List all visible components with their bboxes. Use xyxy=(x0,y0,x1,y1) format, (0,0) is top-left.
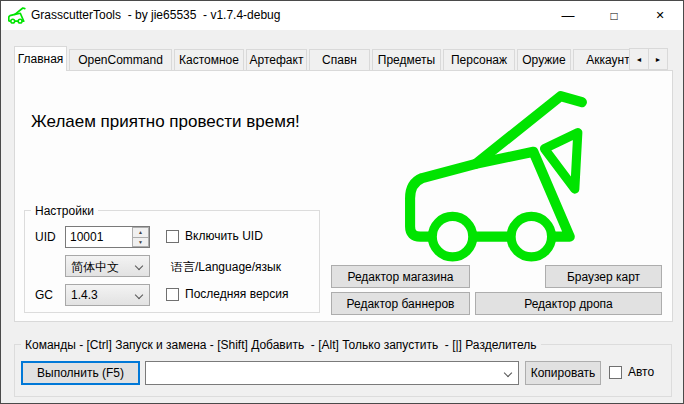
tab-label: Кастомное xyxy=(179,53,239,67)
drop-editor-button[interactable]: Редактор дропа xyxy=(475,292,662,315)
commands-group: Команды - [Ctrl] Запуск и замена - [Shif… xyxy=(14,344,672,397)
language-hint-label: 语言/Language/язык xyxy=(171,259,281,276)
banner-editor-button[interactable]: Редактор баннеров xyxy=(331,292,470,315)
tab-кастомное[interactable]: Кастомное xyxy=(174,49,244,70)
window-title: GrasscutterTools - by jie65535 - v1.7.4-… xyxy=(31,8,280,22)
tab-спавн[interactable]: Спавн xyxy=(309,49,370,70)
tab-label: Оружие xyxy=(522,53,565,67)
home-tab-panel: Желаем приятно провести время! Настройки… xyxy=(14,70,673,322)
tab-label: Главная xyxy=(18,52,64,66)
uid-spin-buttons: ▲ ▼ xyxy=(132,227,149,247)
window-controls: — □ ✕ xyxy=(545,1,683,30)
tab-scroll-right-icon[interactable]: ► xyxy=(648,48,668,70)
enable-uid-label: Включить UID xyxy=(185,229,263,243)
tab-label: Аккаунт xyxy=(586,53,629,67)
auto-checkbox-row: Авто xyxy=(609,365,654,379)
tab-главная[interactable]: Главная xyxy=(14,46,67,71)
run-button[interactable]: Выполнить (F5) xyxy=(21,361,140,385)
grasscutter-logo-icon xyxy=(402,85,594,267)
gc-version-value: 1.4.3 xyxy=(71,288,98,302)
settings-group: Настройки UID ▲ ▼ Включить UID 简体中文 语言/L… xyxy=(24,210,320,313)
welcome-text: Желаем приятно провести время! xyxy=(31,112,300,132)
gc-label: GC xyxy=(35,288,53,302)
uid-label: UID xyxy=(35,230,56,244)
latest-version-label: Последняя версия xyxy=(185,287,288,301)
title-bar[interactable]: GrasscutterTools - by jie65535 - v1.7.4-… xyxy=(1,1,683,30)
latest-version-checkbox[interactable] xyxy=(166,288,179,301)
grasscutter-app-icon xyxy=(8,7,26,24)
tab-scrollers: ◄ ► xyxy=(629,48,668,70)
auto-label: Авто xyxy=(628,365,654,379)
tab-label: OpenCommand xyxy=(78,53,163,67)
commands-group-title: Команды - [Ctrl] Запуск и замена - [Shif… xyxy=(21,338,541,352)
map-browser-button[interactable]: Браузер карт xyxy=(545,265,662,288)
copy-button[interactable]: Копировать xyxy=(525,361,601,385)
shop-editor-button[interactable]: Редактор магазина xyxy=(331,265,470,288)
tab-label: Спавн xyxy=(322,53,357,67)
uid-input[interactable] xyxy=(66,227,132,247)
tab-opencommand[interactable]: OpenCommand xyxy=(69,49,172,70)
language-value: 简体中文 xyxy=(71,259,119,276)
enable-uid-checkbox-row: Включить UID xyxy=(166,229,263,243)
chevron-down-icon xyxy=(135,262,143,270)
latest-version-checkbox-row: Последняя версия xyxy=(166,287,288,301)
tab-аккаунт[interactable]: Аккаунт xyxy=(573,49,629,70)
chevron-down-icon[interactable] xyxy=(504,369,512,377)
tab-label: Артефакт xyxy=(250,53,304,67)
tab-артефакт[interactable]: Артефакт xyxy=(246,49,307,70)
command-combobox[interactable] xyxy=(145,361,519,385)
uid-stepper[interactable]: ▲ ▼ xyxy=(65,226,150,248)
minimize-icon[interactable]: — xyxy=(545,1,591,30)
tab-оружие[interactable]: Оружие xyxy=(517,49,571,70)
tab-label: Предметы xyxy=(378,53,435,67)
language-select[interactable]: 简体中文 xyxy=(65,255,150,277)
spin-down-icon[interactable]: ▼ xyxy=(132,237,149,248)
chevron-down-icon xyxy=(135,291,143,299)
auto-checkbox[interactable] xyxy=(609,366,622,379)
command-input[interactable] xyxy=(146,362,498,384)
tab-предметы[interactable]: Предметы xyxy=(372,49,441,70)
enable-uid-checkbox[interactable] xyxy=(166,230,179,243)
tab-label: Персонаж xyxy=(451,53,507,67)
close-icon[interactable]: ✕ xyxy=(637,1,683,30)
settings-group-title: Настройки xyxy=(31,204,98,218)
app-window: GrasscutterTools - by jie65535 - v1.7.4-… xyxy=(0,0,684,404)
tab-персонаж[interactable]: Персонаж xyxy=(443,49,515,70)
gc-version-select[interactable]: 1.4.3 xyxy=(65,284,150,306)
tab-scroll-left-icon[interactable]: ◄ xyxy=(629,48,649,70)
tab-strip: ГлавнаяOpenCommandКастомноеАртефактСпавн… xyxy=(14,46,629,71)
maximize-icon[interactable]: □ xyxy=(591,1,637,30)
